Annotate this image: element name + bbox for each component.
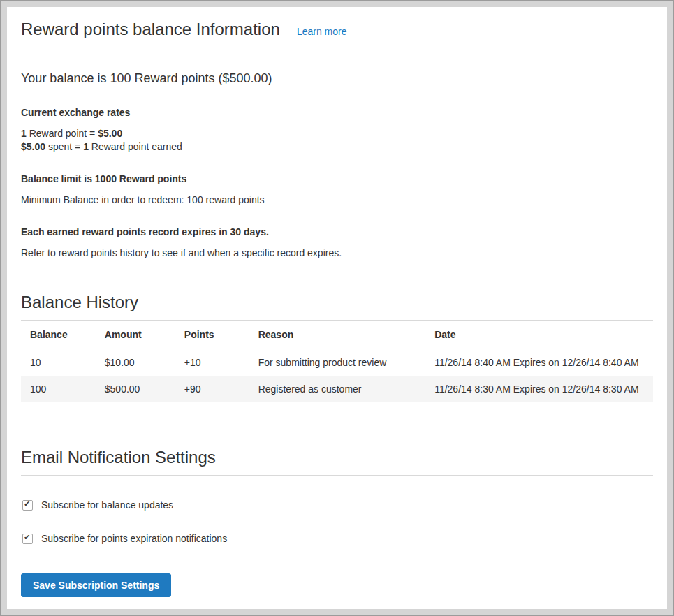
cell-balance: 10 xyxy=(21,349,96,376)
learn-more-link[interactable]: Learn more xyxy=(297,26,347,37)
spend-rate-line: $5.00 spent = 1 Reward point earned xyxy=(21,140,653,154)
subscribe-expiration-notifications-label: Subscribe for points expiration notifica… xyxy=(41,533,227,544)
cell-date: 11/26/14 8:40 AM Expires on 12/26/14 8:4… xyxy=(425,349,653,376)
balance-limit-text: Balance limit is 1000 Reward points xyxy=(21,173,653,186)
cell-balance: 100 xyxy=(21,376,96,402)
subscribe-expiration-notifications-checkbox[interactable] xyxy=(22,534,33,544)
page-header: Reward points balance Information Learn … xyxy=(21,20,653,50)
balance-history-heading: Balance History xyxy=(21,292,653,321)
cell-points: +90 xyxy=(175,376,249,402)
balance-history-table: Balance Amount Points Reason Date 10 $10… xyxy=(21,321,653,402)
table-header-row: Balance Amount Points Reason Date xyxy=(21,321,653,349)
minimum-balance-text: Minimum Balance in order to redeem: 100 … xyxy=(21,193,653,207)
column-header-amount: Amount xyxy=(96,321,175,349)
table-row: 10 $10.00 +10 For submitting product rev… xyxy=(21,349,653,376)
spend-rate-text: spent = xyxy=(45,141,83,152)
exchange-rates-heading: Current exchange rates xyxy=(21,106,653,119)
subscribe-balance-updates-label: Subscribe for balance updates xyxy=(41,499,173,511)
cell-amount: $10.00 xyxy=(96,349,175,376)
cell-reason: Registered as customer xyxy=(249,376,425,402)
expiration-note-text: Refer to reward points history to see if… xyxy=(21,247,653,260)
page-title: Reward points balance Information xyxy=(21,20,280,39)
reward-points-panel: Reward points balance Information Learn … xyxy=(7,7,667,609)
cell-amount: $500.00 xyxy=(96,376,175,402)
column-header-reason: Reason xyxy=(249,321,425,349)
save-subscription-settings-button[interactable]: Save Subscription Settings xyxy=(21,573,171,597)
earn-rate-value: $5.00 xyxy=(98,128,122,139)
earn-rate-text: Reward point = xyxy=(27,128,98,139)
balance-summary: Your balance is 100 Reward points ($500.… xyxy=(21,70,653,87)
spend-rate-text2: Reward point earned xyxy=(89,141,182,152)
cell-date: 11/26/14 8:30 AM Expires on 12/26/14 8:3… xyxy=(425,376,653,402)
expiration-rule-text: Each earned reward points record expires… xyxy=(21,226,653,239)
spend-rate-points: 1 xyxy=(83,141,89,152)
table-body: 10 $10.00 +10 For submitting product rev… xyxy=(21,349,653,403)
spend-rate-value: $5.00 xyxy=(21,141,45,152)
email-settings-heading: Email Notification Settings xyxy=(21,447,653,476)
column-header-date: Date xyxy=(425,321,653,349)
cell-points: +10 xyxy=(175,349,249,376)
cell-reason: For submitting product review xyxy=(249,349,425,376)
subscribe-expiration-notifications-option[interactable]: Subscribe for points expiration notifica… xyxy=(21,533,653,544)
column-header-points: Points xyxy=(175,321,249,349)
subscribe-balance-updates-option[interactable]: Subscribe for balance updates xyxy=(21,499,653,511)
subscribe-balance-updates-checkbox[interactable] xyxy=(22,500,33,511)
table-header: Balance Amount Points Reason Date xyxy=(21,321,653,349)
earn-rate-points: 1 xyxy=(21,128,27,139)
column-header-balance: Balance xyxy=(21,321,96,349)
earn-rate-line: 1 Reward point = $5.00 xyxy=(21,127,653,140)
table-row: 100 $500.00 +90 Registered as customer 1… xyxy=(21,376,653,402)
